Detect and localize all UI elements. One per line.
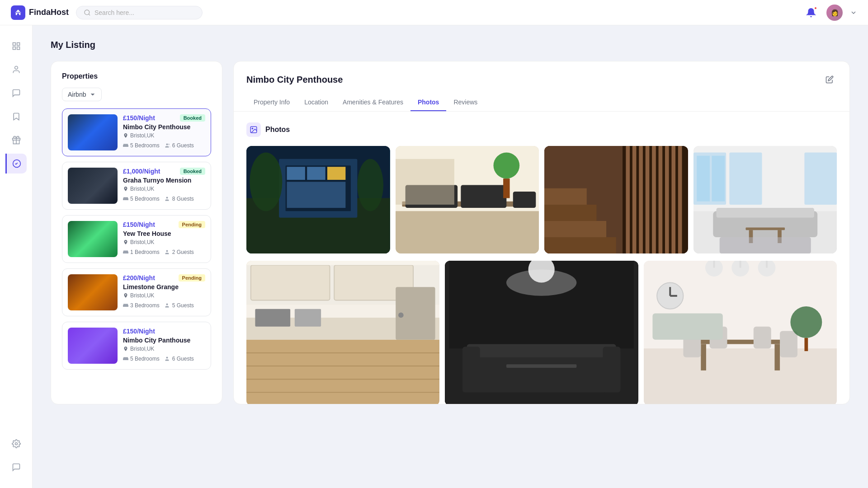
edit-button[interactable] xyxy=(822,72,837,87)
svg-rect-82 xyxy=(467,344,616,357)
svg-point-80 xyxy=(506,270,576,296)
svg-rect-102 xyxy=(753,327,771,349)
sidebar-bottom xyxy=(6,434,26,477)
chevron-down-icon[interactable] xyxy=(850,9,857,16)
tab-property-info[interactable]: Property Info xyxy=(246,94,297,111)
sidebar-item-listing[interactable] xyxy=(5,154,27,174)
dark-living-scene xyxy=(445,261,638,404)
property-card-nimbo-1[interactable]: £150/Night Booked Nimbo City Penthouse B… xyxy=(62,108,211,156)
property-price-yew: £150/Night xyxy=(123,221,155,228)
svg-rect-100 xyxy=(780,331,797,357)
svg-marker-47 xyxy=(544,188,587,205)
location-text: Bristol,UK xyxy=(130,132,154,139)
image-icon xyxy=(250,126,258,134)
location-text-limestone: Bristol,UK xyxy=(130,292,154,299)
photo-kitchen[interactable] xyxy=(246,261,439,404)
filter-dropdown[interactable]: Airbnb xyxy=(62,88,102,101)
photo-living-room-2[interactable] xyxy=(693,146,837,253)
sidebar-item-settings[interactable] xyxy=(6,434,26,454)
bed-icon-nimbo-2 xyxy=(123,356,128,361)
avatar[interactable]: 👩 xyxy=(826,5,843,21)
help-icon xyxy=(12,463,21,472)
property-thumb-nimbo-2 xyxy=(68,328,118,364)
guests-count-graha: 8 Guests xyxy=(172,196,194,202)
svg-rect-57 xyxy=(745,227,785,230)
svg-rect-28 xyxy=(513,192,536,208)
photo-dining[interactable] xyxy=(644,261,837,404)
svg-rect-53 xyxy=(729,152,762,204)
thumb-scene xyxy=(68,114,118,150)
property-location-limestone: Bristol,UK xyxy=(123,292,205,299)
svg-rect-105 xyxy=(804,338,808,351)
svg-rect-97 xyxy=(701,344,706,371)
property-meta-graha: 5 Bedrooms 8 Guests xyxy=(123,196,205,202)
listing-icon xyxy=(12,159,21,168)
svg-marker-46 xyxy=(544,205,596,221)
photo-living-room-1[interactable] xyxy=(396,146,539,253)
photos-section-icon xyxy=(246,122,261,137)
property-price-limestone: £200/Night xyxy=(123,274,155,282)
guests-meta-graha: 8 Guests xyxy=(165,196,194,202)
svg-rect-5 xyxy=(17,47,19,50)
sidebar-item-chat[interactable] xyxy=(6,83,26,103)
property-card-nimbo-2[interactable]: £150/Night Nimbo City Panthouse Bristol,… xyxy=(62,322,211,370)
photo-dark-living[interactable] xyxy=(445,261,638,404)
svg-marker-45 xyxy=(544,221,606,237)
property-info-limestone: £200/Night Pending Limestone Grange Bris… xyxy=(123,274,205,310)
svg-rect-84 xyxy=(603,347,621,392)
guests-count-nimbo-2: 6 Guests xyxy=(172,356,194,362)
badge-booked-graha: Booked xyxy=(180,168,205,175)
guests-meta-yew: 2 Guests xyxy=(165,249,194,255)
logo-icon xyxy=(11,5,25,20)
property-thumb-nimbo-1 xyxy=(68,114,118,150)
detail-body: Photos xyxy=(234,112,849,404)
svg-rect-103 xyxy=(652,314,722,340)
photo-exterior[interactable] xyxy=(246,146,390,253)
bedrooms-count-yew: 1 Bedrooms xyxy=(130,249,160,255)
svg-point-76 xyxy=(398,313,404,318)
content-layout: Properties Airbnb £150/Night Booked Nim xyxy=(51,61,850,404)
property-price: £150/Night xyxy=(123,114,155,122)
tab-reviews[interactable]: Reviews xyxy=(446,94,485,111)
svg-point-20 xyxy=(250,152,282,211)
sidebar-item-dashboard[interactable] xyxy=(6,36,26,56)
svg-rect-89 xyxy=(644,348,837,404)
svg-rect-62 xyxy=(246,340,439,404)
sidebar-item-gift[interactable] xyxy=(6,130,26,150)
photo-stairs[interactable] xyxy=(544,146,688,253)
chat-icon xyxy=(12,89,21,98)
svg-rect-72 xyxy=(255,309,290,327)
location-icon-limestone xyxy=(123,293,128,298)
bedrooms-meta-nimbo-2: 5 Bedrooms xyxy=(123,356,160,362)
sidebar-item-help[interactable] xyxy=(6,457,26,477)
logo[interactable]: FindaHost xyxy=(11,5,69,20)
property-thumb-yew xyxy=(68,221,118,257)
bed-icon-graha xyxy=(123,196,128,202)
svg-rect-73 xyxy=(295,309,321,327)
tab-amenities[interactable]: Amenities & Features xyxy=(335,94,410,111)
location-icon xyxy=(123,133,128,138)
svg-rect-83 xyxy=(462,347,480,392)
search-bar[interactable]: Search here... xyxy=(76,6,203,19)
topnav: FindaHost Search here... 👩 xyxy=(0,0,868,25)
property-card-yew[interactable]: £150/Night Pending Yew Tree House Bristo… xyxy=(62,215,211,263)
sidebar-item-profile[interactable] xyxy=(6,60,26,80)
tab-photos[interactable]: Photos xyxy=(410,94,446,111)
property-thumb-graha xyxy=(68,168,118,204)
svg-marker-44 xyxy=(544,237,616,253)
tab-location[interactable]: Location xyxy=(297,94,335,111)
property-name-graha: Graha Turnyo Mension xyxy=(123,177,205,184)
property-header-graha: £1,000/Night Booked xyxy=(123,168,205,175)
notification-button[interactable] xyxy=(803,5,819,21)
property-card-limestone[interactable]: £200/Night Pending Limestone Grange Bris… xyxy=(62,268,211,316)
sidebar-item-bookmark[interactable] xyxy=(6,107,26,127)
property-header: £150/Night Booked xyxy=(123,114,205,122)
svg-point-0 xyxy=(85,10,90,15)
detail-title: Nimbo City Penthouse xyxy=(246,75,343,85)
property-card-graha[interactable]: £1,000/Night Booked Graha Turnyo Mension… xyxy=(62,162,211,210)
home-icon xyxy=(14,9,22,17)
bedrooms-meta-limestone: 3 Bedrooms xyxy=(123,302,160,309)
location-icon-yew xyxy=(123,239,128,245)
grid-icon xyxy=(12,42,21,51)
bedrooms-meta: 5 Bedrooms xyxy=(123,142,160,149)
